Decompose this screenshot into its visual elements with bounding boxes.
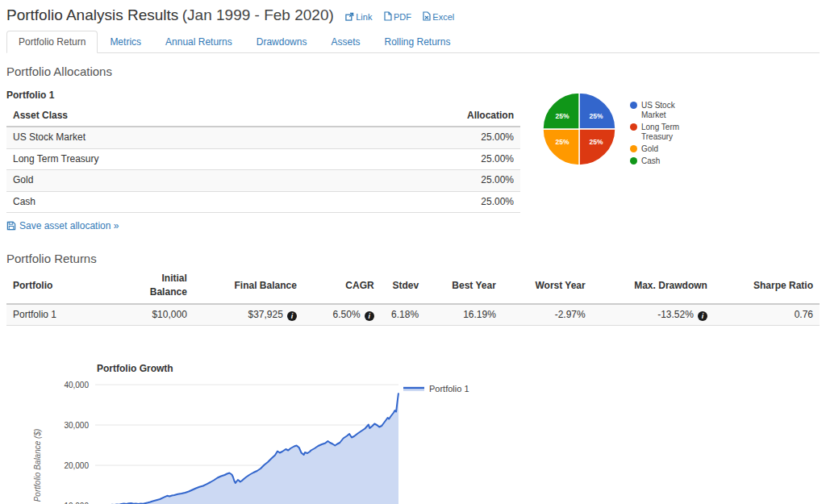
column-header-cagr: CAGR — [303, 269, 381, 304]
tab-annual-returns[interactable]: Annual Returns — [153, 31, 244, 53]
pdf-file-icon — [384, 11, 392, 21]
legend-dot — [630, 123, 637, 131]
column-header-sharpe-ratio: Sharpe Ratio — [714, 269, 820, 304]
link-button[interactable]: Link — [345, 12, 372, 22]
table-cell: 6.18% — [381, 304, 425, 326]
portfolio-growth-block: 010,00020,00030,00040,000199920002001200… — [6, 360, 820, 504]
table-cell: Cash — [6, 191, 327, 212]
table-cell: US Stock Market — [6, 127, 327, 148]
table-cell: 16.19% — [425, 304, 503, 326]
column-header-portfolio: Portfolio — [6, 269, 136, 304]
allocation-pie-chart: 25%25%25%25% — [540, 90, 619, 169]
growth-legend-label: Portfolio 1 — [429, 384, 469, 394]
legend-item-gold: Gold — [630, 144, 685, 154]
table-cell: 25.00% — [327, 191, 520, 212]
tab-portfolio-return[interactable]: Portfolio Return — [6, 31, 98, 53]
table-row: Long Term Treasury25.00% — [6, 148, 520, 169]
column-header-asset-class: Asset Class — [6, 106, 327, 127]
pie-slice-long-term-treasury — [579, 129, 615, 165]
pie-legend: US Stock MarketLong Term TreasuryGoldCas… — [630, 101, 685, 169]
save-icon — [6, 221, 16, 231]
table-cell: Gold — [6, 170, 327, 191]
page-title: Portfolio Analysis Results — [6, 6, 178, 23]
pdf-button[interactable]: PDF — [384, 12, 411, 22]
legend-line-swatch — [403, 385, 424, 393]
table-cell: Portfolio 1 — [6, 304, 136, 326]
y-axis-title: Portfolio Balance ($) — [33, 429, 42, 502]
tab-drawdowns[interactable]: Drawdowns — [244, 31, 319, 53]
allocation-table-block: Portfolio 1 Asset ClassAllocationUS Stoc… — [6, 81, 520, 234]
tab-rolling-returns[interactable]: Rolling Returns — [372, 31, 462, 53]
y-tick-label: 10,000 — [64, 502, 89, 504]
pie-slice-label: 25% — [555, 138, 569, 146]
legend-item-cash: Cash — [630, 156, 685, 166]
column-header-initial-balance: Initial Balance — [136, 269, 194, 304]
legend-item-long-term-treasury: Long Term Treasury — [630, 123, 685, 142]
table-cell: $37,925i — [194, 304, 303, 326]
info-icon[interactable]: i — [287, 311, 297, 321]
y-tick-label: 20,000 — [64, 461, 89, 470]
table-cell: 25.00% — [327, 148, 520, 169]
portfolio-analysis-page: Portfolio Analysis Results (Jan 1999 - F… — [0, 0, 826, 504]
table-cell: $10,000 — [136, 304, 194, 326]
legend-item-us-stock-market: US Stock Market — [630, 101, 685, 120]
y-tick-label: 30,000 — [64, 421, 89, 430]
column-header-max-drawdown: Max. Drawdown — [592, 269, 714, 304]
legend-dot — [630, 102, 637, 109]
pie-slice-gold — [543, 129, 579, 165]
table-cell: Long Term Treasury — [6, 148, 327, 169]
column-header-allocation: Allocation — [327, 106, 520, 127]
pie-slice-label: 25% — [589, 112, 603, 120]
legend-dot — [630, 157, 637, 165]
column-header-final-balance: Final Balance — [194, 269, 303, 304]
page-header: Portfolio Analysis Results (Jan 1999 - F… — [6, 6, 820, 24]
pie-slice-us-stock-market — [579, 93, 615, 129]
save-allocation-link[interactable]: Save asset allocation » — [6, 220, 119, 231]
growth-area-fill — [95, 394, 398, 504]
table-cell: 25.00% — [327, 127, 520, 148]
tab-assets[interactable]: Assets — [319, 31, 372, 53]
tab-label[interactable]: Portfolio Return — [6, 31, 98, 53]
excel-button[interactable]: Excel — [423, 12, 454, 22]
table-row: Gold25.00% — [6, 170, 520, 191]
legend-label: Cash — [641, 156, 685, 166]
portfolio-name: Portfolio 1 — [6, 90, 520, 101]
table-cell: -2.97% — [503, 304, 592, 326]
growth-legend: Portfolio 1 — [403, 384, 469, 394]
tab-bar: Portfolio ReturnMetricsAnnual ReturnsDra… — [6, 31, 820, 53]
column-header-best-year: Best Year — [425, 269, 503, 304]
legend-dot — [630, 145, 637, 152]
portfolio-returns-table: PortfolioInitial BalanceFinal BalanceCAG… — [6, 269, 820, 326]
column-header-worst-year: Worst Year — [503, 269, 592, 304]
legend-label: Gold — [641, 144, 685, 154]
table-row: Cash25.00% — [6, 191, 520, 212]
legend-label: US Stock Market — [641, 101, 685, 120]
tab-metrics[interactable]: Metrics — [98, 31, 153, 53]
table-cell: 0.76 — [714, 304, 820, 326]
y-tick-label: 40,000 — [64, 381, 89, 389]
portfolio-growth-chart: 010,00020,00030,00040,000199920002001200… — [31, 360, 482, 504]
table-row: US Stock Market25.00% — [6, 127, 520, 148]
date-range: (Jan 1999 - Feb 2020) — [182, 6, 334, 23]
table-row: Portfolio 1$10,000$37,925i6.50%i6.18%16.… — [6, 304, 820, 326]
table-cell: 25.00% — [327, 170, 520, 191]
allocations-section-title: Portfolio Allocations — [6, 65, 820, 78]
tab-label[interactable]: Drawdowns — [244, 31, 319, 53]
table-cell: 6.50%i — [303, 304, 381, 326]
pie-slice-label: 25% — [589, 138, 603, 146]
legend-label: Long Term Treasury — [641, 123, 685, 142]
table-cell: -13.52%i — [592, 304, 714, 326]
returns-section-title: Portfolio Returns — [6, 252, 820, 265]
tab-label[interactable]: Annual Returns — [153, 31, 244, 53]
pie-slice-label: 25% — [555, 112, 569, 120]
info-icon[interactable]: i — [365, 311, 374, 321]
growth-chart-title: Portfolio Growth — [97, 363, 173, 374]
tab-label[interactable]: Metrics — [98, 31, 153, 53]
allocation-pie-block: 25%25%25%25% US Stock MarketLong Term Tr… — [540, 90, 685, 169]
tab-label[interactable]: Assets — [319, 31, 372, 53]
pie-slice-cash — [543, 93, 579, 129]
info-icon[interactable]: i — [698, 311, 707, 321]
external-link-icon — [345, 12, 354, 21]
tab-label[interactable]: Rolling Returns — [372, 31, 462, 53]
allocation-table: Asset ClassAllocationUS Stock Market25.0… — [6, 106, 520, 213]
